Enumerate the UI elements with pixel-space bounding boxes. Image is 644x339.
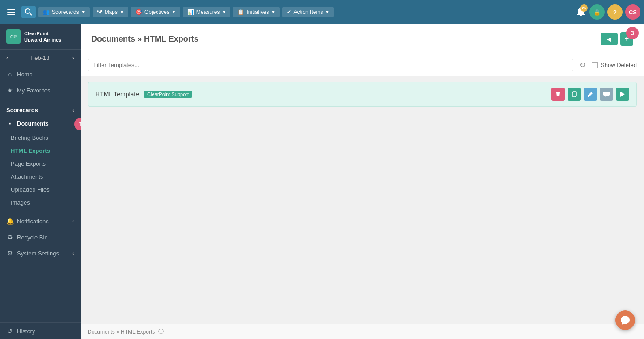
hamburger-menu-button[interactable] [4, 6, 19, 18]
system-settings-icon: ⚙ [6, 250, 13, 257]
svg-point-3 [25, 9, 30, 13]
maps-dropdown-arrow: ▼ [120, 10, 124, 14]
sidebar-item-briefing-books[interactable]: Briefing Books [0, 131, 80, 144]
sidebar-item-attachments[interactable]: Attachments [0, 170, 80, 183]
scorecards-menu-icon: 👥 [43, 9, 50, 15]
sidebar-item-notifications[interactable]: 🔔 Notifications ‹ [0, 213, 80, 229]
action-items-dropdown-arrow: ▼ [325, 10, 329, 14]
sidebar-item-page-exports[interactable]: Page Exports [0, 157, 80, 170]
notification-button[interactable]: 25 [575, 5, 587, 19]
page-header: Documents » HTML Exports ◀ + 3 [80, 24, 644, 54]
top-nav: 👥 Scorecards ▼ 🗺 Maps ▼ 🎯 Objectives ▼ 📊… [0, 0, 644, 24]
history-icon: ↺ [6, 327, 13, 335]
scorecards-menu-button[interactable]: 👥 Scorecards ▼ [38, 7, 90, 17]
template-actions [551, 88, 629, 101]
sidebar-period: ‹ Feb-18 › [0, 50, 80, 66]
initiatives-menu-button[interactable]: 📋 Initiatives ▼ [233, 7, 280, 17]
search-button[interactable] [21, 6, 36, 18]
nav-left: 👥 Scorecards ▼ 🗺 Maps ▼ 🎯 Objectives ▼ 📊… [4, 6, 334, 18]
filter-templates-input[interactable] [88, 59, 573, 71]
play-template-button[interactable] [616, 88, 629, 101]
content-area: Documents » HTML Exports ◀ + 3 ↻ Show De… [80, 24, 644, 339]
notifications-arrow: ‹ [72, 218, 74, 224]
sidebar-item-history[interactable]: ↺ History [0, 322, 80, 339]
documents-section-wrapper: ▪ Documents 1 [0, 115, 80, 131]
template-list: HTML Template ClearPoint Support [80, 76, 644, 324]
maps-menu-icon: 🗺 [97, 9, 102, 15]
user-avatar-button[interactable]: CS [625, 4, 640, 20]
sidebar-item-system-settings[interactable]: ⚙ System Settings ‹ [0, 245, 80, 261]
sidebar-item-recycle-bin[interactable]: ♻ Recycle Bin [0, 229, 80, 245]
period-next-button[interactable]: › [72, 54, 74, 61]
scorecards-collapse-arrow[interactable]: ‹ [72, 108, 74, 113]
sidebar-logo: CP ClearPoint Upward Airlines [0, 24, 80, 50]
info-icon: ⓘ [158, 328, 164, 335]
objectives-dropdown-arrow: ▼ [172, 10, 176, 14]
svg-rect-8 [603, 92, 610, 96]
initiatives-dropdown-arrow: ▼ [271, 10, 275, 14]
filter-bar: ↻ Show Deleted [80, 54, 644, 76]
logo-text: ClearPoint Upward Airlines [24, 30, 61, 43]
page-header-actions: ◀ + 3 [601, 32, 633, 46]
maps-menu-button[interactable]: 🗺 Maps ▼ [93, 7, 128, 17]
initiatives-menu-icon: 📋 [237, 9, 244, 15]
template-name: HTML Template [95, 91, 139, 98]
template-item: HTML Template ClearPoint Support [88, 82, 637, 107]
comment-template-button[interactable] [600, 88, 613, 101]
sidebar-item-images[interactable]: Images [0, 196, 80, 209]
svg-rect-7 [573, 92, 576, 96]
main-layout: CP ClearPoint Upward Airlines ‹ Feb-18 ›… [0, 24, 644, 339]
objectives-menu-icon: 🎯 [136, 9, 142, 15]
objectives-menu-button[interactable]: 🎯 Objectives ▼ [131, 7, 180, 17]
period-prev-button[interactable]: ‹ [6, 54, 8, 61]
refresh-button[interactable]: ↻ [578, 59, 587, 71]
sidebar-divider-2 [0, 211, 80, 211]
chat-button[interactable] [615, 310, 635, 330]
help-button[interactable]: ? [607, 4, 623, 20]
recycle-bin-icon: ♻ [6, 234, 13, 241]
scorecards-section-wrapper: Scorecards ‹ [0, 102, 80, 115]
edit-template-button[interactable] [584, 88, 597, 101]
sidebar-item-favorites[interactable]: ★ My Favorites [0, 82, 80, 98]
sidebar-item-html-exports[interactable]: HTML Exports [0, 144, 80, 157]
html-exports-wrapper: HTML Exports [0, 144, 80, 157]
lock-button[interactable]: 🔒 [589, 4, 605, 20]
svg-rect-2 [7, 14, 15, 15]
system-settings-arrow: ‹ [72, 251, 74, 256]
action-items-menu-button[interactable]: ✔ Action Items ▼ [282, 7, 334, 17]
scorecards-dropdown-arrow: ▼ [81, 10, 85, 14]
sidebar: CP ClearPoint Upward Airlines ‹ Feb-18 ›… [0, 24, 80, 339]
step3-wrapper: + 3 [620, 32, 633, 46]
back-button[interactable]: ◀ [601, 33, 618, 45]
page-title: Documents » HTML Exports [91, 34, 199, 44]
action-items-menu-icon: ✔ [287, 9, 291, 15]
home-icon: ⌂ [6, 71, 13, 78]
show-deleted-checkbox[interactable] [592, 62, 598, 68]
svg-rect-0 [7, 9, 15, 10]
favorites-icon: ★ [6, 87, 13, 94]
documents-icon: ▪ [6, 120, 13, 127]
copy-template-button[interactable] [568, 88, 581, 101]
delete-template-button[interactable] [551, 88, 565, 101]
annotation-badge-1: 1 [74, 118, 80, 130]
sidebar-item-home[interactable]: ⌂ Home [0, 66, 80, 82]
svg-rect-1 [7, 12, 15, 13]
notifications-icon: 🔔 [6, 218, 13, 225]
add-template-button[interactable]: + [620, 32, 633, 46]
logo-icon: CP [6, 29, 21, 44]
svg-line-4 [30, 13, 32, 15]
nav-right: 25 🔒 ? CS [575, 4, 640, 20]
show-deleted-label[interactable]: Show Deleted [592, 62, 637, 68]
notification-badge: 25 [580, 4, 588, 12]
measures-menu-icon: 📊 [187, 9, 194, 15]
template-badge: ClearPoint Support [144, 91, 192, 98]
measures-menu-button[interactable]: 📊 Measures ▼ [183, 7, 231, 17]
sidebar-divider-1 [0, 100, 80, 100]
footer-breadcrumb: Documents » HTML Exports [88, 329, 155, 335]
sidebar-item-documents[interactable]: ▪ Documents 1 [0, 115, 80, 131]
scorecards-section: Scorecards ‹ [0, 102, 80, 115]
status-bar: Documents » HTML Exports ⓘ [80, 324, 644, 339]
sidebar-item-uploaded-files[interactable]: Uploaded Files [0, 183, 80, 196]
measures-dropdown-arrow: ▼ [222, 10, 226, 14]
